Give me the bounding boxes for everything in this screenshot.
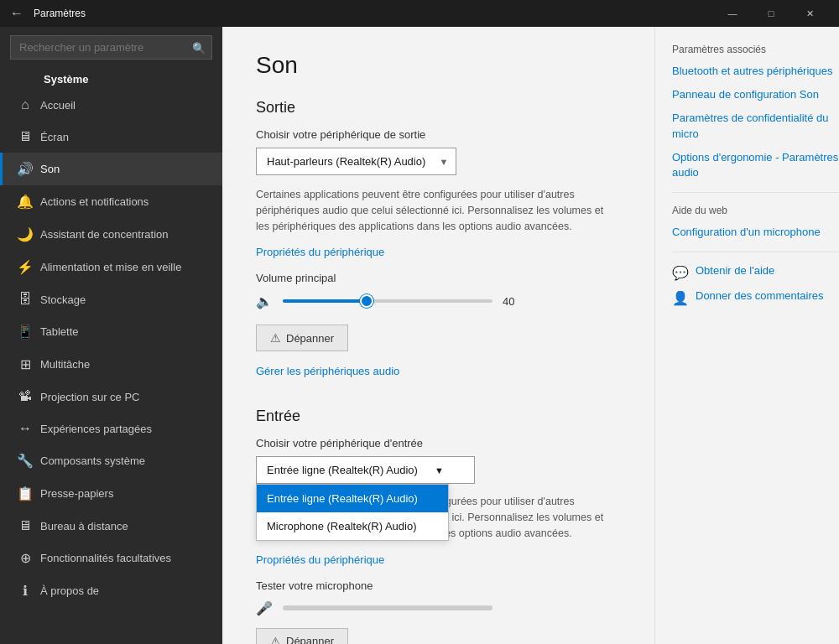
sidebar-item-tablette[interactable]: 📱 Tablette xyxy=(0,315,222,348)
info-icon: ℹ xyxy=(10,583,40,599)
sidebar-item-label: À propos de xyxy=(40,584,212,597)
sidebar: 🔍 Système ⌂ Accueil 🖥 Écran 🔊 Son 🔔 Acti… xyxy=(0,27,222,644)
titlebar-title: Paramètres xyxy=(34,8,713,19)
sidebar-item-bureau[interactable]: 🖥 Bureau à distance xyxy=(0,510,222,542)
back-button[interactable]: ← xyxy=(10,6,23,21)
entree-device-dropdown: Entrée ligne (Realtek(R) Audio) ▼ Entrée… xyxy=(256,456,475,484)
clipboard-icon: 📋 xyxy=(10,486,40,501)
help-item-commentaires[interactable]: 👤 Donner des commentaires xyxy=(672,289,839,306)
sidebar-item-presse[interactable]: 📋 Presse-papiers xyxy=(0,477,222,510)
sidebar-item-son[interactable]: 🔊 Son xyxy=(0,153,222,185)
sortie-section-title: Sortie xyxy=(256,99,621,117)
mic-test-label: Tester votre microphone xyxy=(256,579,621,592)
sortie-properties-link[interactable]: Propriétés du périphérique xyxy=(256,246,384,258)
sidebar-item-notifications[interactable]: 🔔 Actions et notifications xyxy=(0,185,222,218)
volume-section: Volume principal 🔈 40 xyxy=(256,272,621,309)
multitask-icon: ⊞ xyxy=(10,356,40,372)
screen-icon: 🖥 xyxy=(10,129,40,144)
sidebar-item-concentration[interactable]: 🌙 Assistant de concentration xyxy=(0,218,222,251)
sidebar-item-fonctionnalites[interactable]: ⊕ Fonctionnalités facultatives xyxy=(0,542,222,574)
storage-icon: 🗄 xyxy=(10,292,40,307)
mic-test-row: 🎤 xyxy=(256,600,621,616)
home-icon: ⌂ xyxy=(10,97,40,112)
slider-fill xyxy=(283,299,367,303)
right-divider-1 xyxy=(672,192,839,193)
sidebar-section-label: Système xyxy=(0,68,222,89)
entree-option-1[interactable]: Entrée ligne (Realtek(R) Audio) xyxy=(257,485,448,512)
entree-troubleshoot-label: Dépanner xyxy=(286,635,334,644)
main-content: Son Sortie Choisir votre périphérique de… xyxy=(222,27,654,644)
entree-device-value: Entrée ligne (Realtek(R) Audio) xyxy=(267,464,418,476)
sidebar-item-partage[interactable]: ↔ Expériences partagées xyxy=(0,413,222,444)
entree-option-2[interactable]: Microphone (Realtek(R) Audio) xyxy=(257,512,448,540)
sidebar-item-stockage[interactable]: 🗄 Stockage xyxy=(0,283,222,315)
help-item-obtenir[interactable]: 💬 Obtenir de l'aide xyxy=(672,264,839,281)
sidebar-item-alimentation[interactable]: ⚡ Alimentation et mise en veille xyxy=(0,251,222,283)
right-link-microphone-config[interactable]: Configuration d'un microphone xyxy=(672,225,839,240)
sortie-device-label: Choisir votre périphérique de sortie xyxy=(256,128,621,141)
sidebar-item-accueil[interactable]: ⌂ Accueil xyxy=(0,89,222,121)
volume-value: 40 xyxy=(503,295,528,308)
sidebar-item-label: Son xyxy=(40,163,212,175)
help-obtenir-label: Obtenir de l'aide xyxy=(696,264,774,277)
sidebar-item-ecran[interactable]: 🖥 Écran xyxy=(0,121,222,153)
slider-thumb xyxy=(360,294,373,308)
sidebar-item-label: Actions et notifications xyxy=(40,195,212,208)
right-link-ergonomie[interactable]: Options d'ergonomie - Paramètres audio xyxy=(672,150,839,180)
sidebar-search-container: 🔍 xyxy=(10,35,212,60)
main-layout: 🔍 Système ⌂ Accueil 🖥 Écran 🔊 Son 🔔 Acti… xyxy=(0,27,839,644)
entree-section-title: Entrée xyxy=(256,408,621,425)
notification-icon: 🔔 xyxy=(10,194,40,210)
sidebar-item-label: Composants système xyxy=(40,454,212,467)
entree-device-select[interactable]: Entrée ligne (Realtek(R) Audio) ▼ xyxy=(256,456,475,484)
sidebar-item-label: Projection sur ce PC xyxy=(40,391,212,403)
projection-icon: 📽 xyxy=(10,389,40,404)
sidebar-item-label: Presse-papiers xyxy=(40,487,212,500)
speaker-icon: 🔈 xyxy=(256,293,273,309)
close-button[interactable]: ✕ xyxy=(790,0,829,27)
sortie-info-text: Certaines applications peuvent être conf… xyxy=(256,187,608,234)
sidebar-item-composants[interactable]: 🔧 Composants système xyxy=(0,444,222,477)
right-divider-2 xyxy=(672,252,839,252)
volume-slider[interactable] xyxy=(283,293,492,309)
sortie-device-select[interactable]: Haut-parleurs (Realtek(R) Audio) xyxy=(256,148,456,175)
minimize-button[interactable]: — xyxy=(713,0,752,27)
sidebar-item-projection[interactable]: 📽 Projection sur ce PC xyxy=(0,381,222,413)
maximize-button[interactable]: □ xyxy=(752,0,790,27)
right-link-confidentialite[interactable]: Paramètres de confidentialité du micro xyxy=(672,111,839,141)
sidebar-item-label: Multitâche xyxy=(40,358,212,371)
sidebar-item-label: Expériences partagées xyxy=(40,423,212,435)
entree-device-label: Choisir votre périphérique d'entrée xyxy=(256,437,621,449)
sidebar-item-label: Accueil xyxy=(40,99,212,112)
content-right-layout: Son Sortie Choisir votre périphérique de… xyxy=(222,27,839,644)
mic-level-bar xyxy=(283,605,492,610)
entree-properties-link[interactable]: Propriétés du périphérique xyxy=(256,553,384,566)
sound-icon: 🔊 xyxy=(10,161,40,177)
titlebar: ← Paramètres — □ ✕ xyxy=(0,0,839,27)
tablet-icon: 📱 xyxy=(10,324,40,340)
sidebar-item-label: Écran xyxy=(40,131,212,143)
sidebar-item-label: Bureau à distance xyxy=(40,520,212,532)
web-help-title: Aide du web xyxy=(672,205,839,216)
right-link-panneau[interactable]: Panneau de configuration Son xyxy=(672,87,839,102)
entree-troubleshoot-button[interactable]: ⚠ Dépanner xyxy=(256,628,348,645)
sortie-troubleshoot-label: Dépanner xyxy=(286,332,334,345)
search-icon: 🔍 xyxy=(192,41,206,54)
search-input[interactable] xyxy=(10,35,212,60)
help-person-icon: 👤 xyxy=(672,290,689,306)
sidebar-item-apropos[interactable]: ℹ À propos de xyxy=(0,574,222,607)
sidebar-item-label: Stockage xyxy=(40,293,212,306)
sidebar-item-label: Assistant de concentration xyxy=(40,228,212,241)
manage-audio-link[interactable]: Gérer les périphériques audio xyxy=(256,365,399,377)
moon-icon: 🌙 xyxy=(10,226,40,242)
sortie-troubleshoot-button[interactable]: ⚠ Dépanner xyxy=(256,325,348,351)
help-chat-icon: 💬 xyxy=(672,265,689,281)
help-commentaires-label: Donner des commentaires xyxy=(696,289,823,302)
volume-row: 🔈 40 xyxy=(256,293,621,309)
sidebar-item-label: Fonctionnalités facultatives xyxy=(40,552,212,564)
right-link-bluetooth[interactable]: Bluetooth et autres périphériques xyxy=(672,64,839,79)
sidebar-item-multitache[interactable]: ⊞ Multitâche xyxy=(0,348,222,381)
titlebar-controls: — □ ✕ xyxy=(713,0,829,27)
related-title: Paramètres associés xyxy=(672,44,839,55)
remote-icon: 🖥 xyxy=(10,518,40,533)
